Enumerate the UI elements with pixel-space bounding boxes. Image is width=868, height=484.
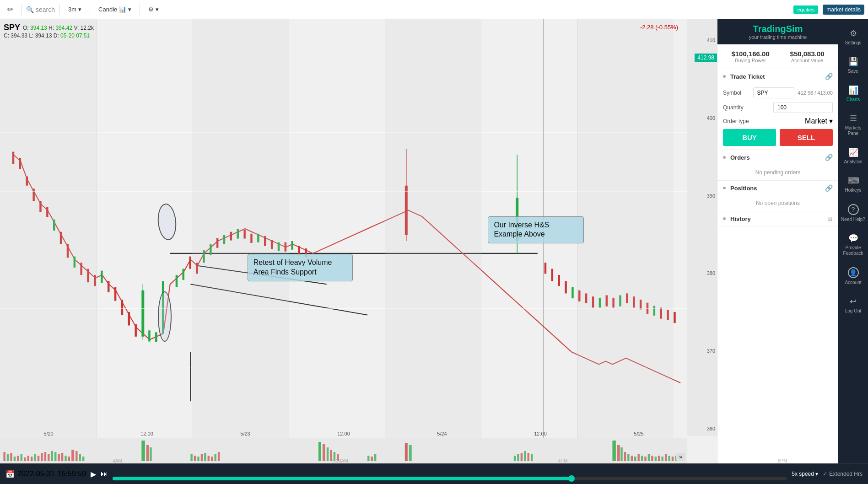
- account-value-amount: $50,083.00: [790, 50, 825, 58]
- sidebar-item-account[interactable]: 👤 Account: [838, 262, 868, 291]
- svg-rect-92: [71, 450, 74, 461]
- svg-rect-19: [114, 287, 116, 301]
- charts-icon: 📊: [848, 85, 858, 95]
- analytics-icon: 📈: [848, 147, 858, 157]
- buy-button[interactable]: BUY: [723, 129, 776, 146]
- annotation-box-2: Our Inverse H&SExample Above: [488, 216, 584, 244]
- timeline-label-930am: 9:30AM: [332, 458, 348, 463]
- price-axis: 410 400 390 380 370 360: [687, 19, 717, 436]
- price-change: -2.28 (-0.55%): [640, 24, 678, 31]
- timeline-track[interactable]: [113, 477, 787, 480]
- search-button[interactable]: 🔍 search: [26, 6, 55, 13]
- timeline-label-4pm: 4PM: [558, 458, 568, 463]
- extended-hours-toggle[interactable]: ✓ Extended Hrs: [823, 471, 863, 477]
- order-type-selector[interactable]: Market ▾: [805, 117, 833, 125]
- candle-icon: 📊: [119, 6, 126, 13]
- chart-header: SPY O: 394.13 H: 394.42 V: 12.2k C: 394.…: [4, 23, 94, 39]
- svg-rect-30: [189, 257, 191, 269]
- sidebar-item-save[interactable]: 💾 Save: [838, 51, 868, 80]
- timeline-wrapper: 4AM 9:30AM 4PM 8PM: [113, 468, 787, 480]
- order-type-label: Order type: [723, 118, 749, 124]
- speed-label[interactable]: 5x speed ▾: [792, 471, 818, 477]
- sidebar-item-help[interactable]: ? Need Help?: [838, 199, 868, 228]
- orders-header[interactable]: Orders 🔗: [717, 150, 838, 165]
- edit-icon[interactable]: ✏: [4, 3, 16, 16]
- settings-icon: ⚙: [850, 28, 857, 38]
- svg-rect-89: [61, 453, 63, 461]
- positions-header[interactable]: Positions 🔗: [717, 181, 838, 195]
- sidebar-item-logout[interactable]: ↩ Log Out: [838, 291, 868, 319]
- equities-badge[interactable]: equities: [793, 5, 818, 14]
- toolbar-divider-1: [21, 4, 22, 15]
- timeline-label-4am: 4AM: [113, 458, 122, 463]
- save-icon: 💾: [848, 57, 858, 67]
- timeline-thumb[interactable]: [568, 475, 575, 482]
- svg-rect-90: [65, 456, 66, 461]
- svg-rect-80: [31, 457, 32, 461]
- svg-rect-87: [54, 452, 56, 461]
- date-label: 12:00: [140, 431, 153, 436]
- svg-rect-94: [79, 454, 81, 461]
- main-area: SPY O: 394.13 H: 394.42 V: 12.2k C: 394.…: [0, 19, 868, 463]
- svg-rect-25: [148, 330, 150, 341]
- sidebar-item-hotkeys[interactable]: ⌨ Hotkeys: [838, 170, 868, 199]
- check-icon: ✓: [823, 471, 827, 477]
- svg-rect-79: [27, 456, 29, 461]
- logout-icon: ↩: [850, 296, 857, 307]
- positions-section: Positions 🔗 No open positions: [717, 181, 838, 211]
- svg-rect-86: [51, 451, 53, 461]
- svg-rect-29: [183, 269, 184, 280]
- sidebar-item-charts[interactable]: 📊 Charts: [838, 80, 868, 108]
- settings-button[interactable]: ⚙ ▾: [145, 4, 162, 15]
- positions-edit-icon[interactable]: 🔗: [825, 184, 833, 192]
- sell-button[interactable]: SELL: [780, 129, 833, 146]
- sidebar-item-feedback[interactable]: 💬 Provide Feedback: [838, 228, 868, 262]
- svg-rect-77: [21, 454, 22, 461]
- account-info: $100,166.00 Buying Power $50,083.00 Acco…: [717, 44, 838, 69]
- date-label: 12:00: [337, 431, 350, 436]
- toolbar-divider-3: [90, 4, 90, 15]
- svg-rect-52: [545, 263, 546, 274]
- help-icon: ?: [848, 204, 859, 215]
- tradingsim-logo: TradingSim: [722, 24, 834, 34]
- timeline-fill: [113, 477, 571, 480]
- chart-area[interactable]: SPY O: 394.13 H: 394.42 V: 12.2k C: 394.…: [0, 19, 717, 463]
- svg-rect-22: [135, 324, 136, 337]
- orders-edit-icon[interactable]: 🔗: [825, 154, 833, 161]
- account-value-label: Account Value: [790, 58, 825, 63]
- play-button[interactable]: ▶: [91, 470, 96, 479]
- timeframe-selector[interactable]: 3m ▾: [65, 4, 85, 15]
- quantity-row: Quantity: [723, 102, 833, 113]
- svg-rect-81: [34, 454, 36, 461]
- symbol-input[interactable]: [753, 87, 794, 98]
- positions-title: Positions: [723, 185, 757, 192]
- sidebar-item-settings[interactable]: ⚙ Settings: [838, 23, 868, 51]
- svg-rect-73: [7, 454, 9, 461]
- date-label: 5/24: [437, 431, 447, 436]
- chart-canvas[interactable]: Retest of Heavy Volume Area Finds Suppor…: [0, 19, 687, 438]
- history-grid-icon[interactable]: ⊞: [827, 215, 833, 222]
- trade-ticket-header[interactable]: Trade Ticket 🔗: [717, 69, 838, 84]
- buying-power-label: Buying Power: [731, 58, 769, 63]
- orders-title: Orders: [723, 154, 750, 161]
- trade-ticket-edit-icon[interactable]: 🔗: [825, 73, 833, 80]
- svg-rect-76: [17, 456, 19, 461]
- chart-type-selector[interactable]: Candle 📊 ▾: [95, 4, 135, 15]
- tradingsim-tagline: your trading time machine: [722, 34, 834, 40]
- sidebar-item-analytics[interactable]: 📈 Analytics: [838, 142, 868, 170]
- svg-rect-74: [10, 453, 12, 461]
- ellipse-annotation-2: [158, 291, 172, 342]
- buying-power-amount: $100,166.00: [731, 50, 769, 58]
- quantity-input[interactable]: [773, 102, 833, 113]
- ohlcv-row2: C: 394.33 L: 394.13 D: 05-20 07:51: [4, 32, 94, 39]
- candles: [12, 149, 676, 342]
- history-header[interactable]: History ⊞: [717, 211, 838, 226]
- symbol-name: SPY: [4, 23, 20, 32]
- sidebar-item-markets[interactable]: ☰ Markets Pane: [838, 108, 868, 142]
- trade-ticket-section: Trade Ticket 🔗 Symbol 412.98 / 413.00 Qu…: [717, 69, 838, 150]
- skip-button[interactable]: ⏭: [101, 470, 108, 478]
- svg-rect-18: [108, 281, 109, 292]
- market-details-button[interactable]: market details: [823, 5, 864, 15]
- search-icon: 🔍: [26, 6, 34, 13]
- svg-rect-21: [128, 312, 130, 326]
